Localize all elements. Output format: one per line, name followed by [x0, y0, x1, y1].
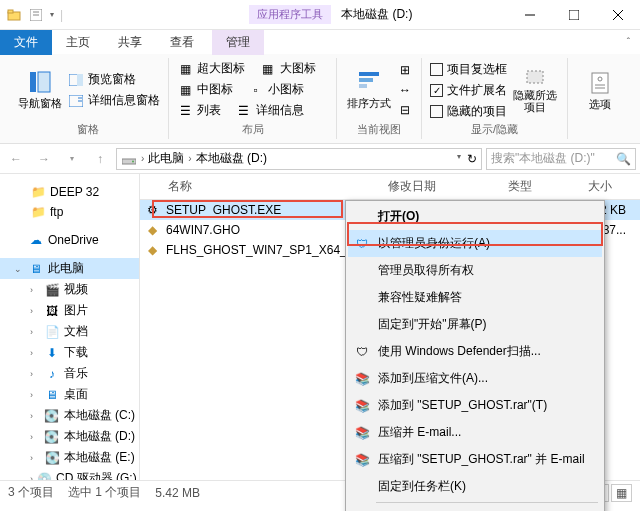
svg-rect-1	[8, 10, 13, 13]
cm-pin-task[interactable]: 固定到任务栏(K)	[348, 473, 602, 500]
qat-dropdown-icon[interactable]: ▾	[50, 10, 54, 19]
cm-add-zip[interactable]: 📚添加到压缩文件(A)...	[348, 365, 602, 392]
tree-item-pictures[interactable]: ›🖼图片	[0, 300, 139, 321]
rar-icon: 📚	[354, 425, 370, 441]
rar-icon: 📚	[354, 452, 370, 468]
col-type[interactable]: 类型	[500, 178, 580, 195]
properties-icon[interactable]	[28, 7, 44, 23]
ribbon-group-panes: 导航窗格 预览窗格 详细信息窗格 窗格	[8, 58, 169, 139]
ribbon-group-label: 布局	[177, 122, 328, 139]
details-pane-button[interactable]: 详细信息窗格	[68, 90, 160, 111]
details-pane-icon	[68, 93, 84, 109]
tree-item-desktop[interactable]: ›🖥桌面	[0, 384, 139, 405]
col-date[interactable]: 修改日期	[380, 178, 500, 195]
tree-item-documents[interactable]: ›📄文档	[0, 321, 139, 342]
close-button[interactable]	[596, 0, 640, 30]
search-icon: 🔍	[616, 152, 631, 166]
status-selected: 选中 1 个项目	[68, 484, 141, 501]
minimize-button[interactable]	[508, 0, 552, 30]
cm-defender[interactable]: 🛡使用 Windows Defender扫描...	[348, 338, 602, 365]
hide-selected-button[interactable]: 隐藏所选项目	[511, 67, 559, 113]
tree-item-downloads[interactable]: ›⬇下载	[0, 342, 139, 363]
gho-icon: ◆	[144, 222, 160, 238]
tree-item-drive-d[interactable]: ›💽本地磁盘 (D:)	[0, 426, 139, 447]
address-dropdown-icon[interactable]: ▾	[457, 152, 461, 166]
forward-button[interactable]: →	[32, 147, 56, 171]
size-columns-button[interactable]: ↔	[397, 80, 413, 100]
exe-icon: ⚙	[144, 202, 160, 218]
cm-run-admin[interactable]: 🛡以管理员身份运行(A)	[348, 230, 602, 257]
nav-tree[interactable]: 📁DEEP 32 📁ftp ☁OneDrive ⌄🖥此电脑 ›🎬视频 ›🖼图片 …	[0, 174, 140, 480]
cm-pin-start[interactable]: 固定到"开始"屏幕(P)	[348, 311, 602, 338]
status-size: 5.42 MB	[155, 486, 200, 500]
drive-icon: 💽	[44, 429, 60, 445]
maximize-button[interactable]	[552, 0, 596, 30]
tree-item-deep32[interactable]: 📁DEEP 32	[0, 182, 139, 202]
sort-button[interactable]: 排序方式	[345, 70, 393, 111]
view-icons-icon[interactable]: ▦	[611, 484, 632, 502]
svg-rect-20	[592, 73, 608, 93]
cb-extensions[interactable]: ✓文件扩展名	[430, 80, 507, 101]
tree-item-video[interactable]: ›🎬视频	[0, 279, 139, 300]
titlebar: ▾ | 应用程序工具 本地磁盘 (D:)	[0, 0, 640, 30]
preview-pane-icon	[68, 72, 84, 88]
documents-icon: 📄	[44, 324, 60, 340]
layout-medium-button[interactable]: ▦中图标 ▫小图标	[177, 79, 304, 100]
back-button[interactable]: ←	[4, 147, 28, 171]
breadcrumb-thispc[interactable]: 此电脑	[148, 150, 184, 167]
cm-qq-send[interactable]: 🐧通过QQ发送到	[348, 505, 602, 511]
recent-dropdown[interactable]: ▾	[60, 147, 84, 171]
svg-rect-12	[77, 74, 83, 86]
add-columns-button[interactable]: ⊞	[397, 60, 413, 80]
tree-item-thispc[interactable]: ⌄🖥此电脑	[0, 258, 139, 279]
desktop-icon: 🖥	[44, 387, 60, 403]
onedrive-icon: ☁	[28, 232, 44, 248]
refresh-icon[interactable]: ↻	[467, 152, 477, 166]
svg-rect-17	[359, 78, 373, 82]
col-size[interactable]: 大小	[580, 178, 640, 195]
layout-extra-large-button[interactable]: ▦超大图标 ▦大图标	[177, 58, 316, 79]
group-button[interactable]: ⊟	[397, 100, 413, 120]
tree-item-music[interactable]: ›♪音乐	[0, 363, 139, 384]
tab-home[interactable]: 主页	[52, 30, 104, 55]
tree-item-ftp[interactable]: 📁ftp	[0, 202, 139, 222]
tree-item-drive-e[interactable]: ›💽本地磁盘 (E:)	[0, 447, 139, 468]
address-path[interactable]: › 此电脑 › 本地磁盘 (D:) ▾ ↻	[116, 148, 482, 170]
drive-icon	[121, 151, 137, 167]
tab-share[interactable]: 共享	[104, 30, 156, 55]
svg-point-25	[132, 160, 134, 162]
drive-icon: 💽	[44, 450, 60, 466]
col-name[interactable]: 名称	[160, 178, 380, 195]
svg-rect-6	[569, 10, 579, 20]
cm-zip-email[interactable]: 📚压缩并 E-mail...	[348, 419, 602, 446]
address-bar: ← → ▾ ↑ › 此电脑 › 本地磁盘 (D:) ▾ ↻ 搜索"本地磁盘 (D…	[0, 144, 640, 174]
tree-item-drive-c[interactable]: ›💽本地磁盘 (C:)	[0, 405, 139, 426]
tab-view[interactable]: 查看	[156, 30, 208, 55]
up-button[interactable]: ↑	[88, 147, 112, 171]
tab-file[interactable]: 文件	[0, 30, 52, 55]
tree-item-cd[interactable]: ›💿CD 驱动器 (G:)	[0, 468, 139, 480]
ribbon-group-layout: ▦超大图标 ▦大图标 ▦中图标 ▫小图标 ☰列表 ☰详细信息 布局	[169, 58, 337, 139]
ribbon-collapse-icon[interactable]: ˆ	[627, 37, 630, 48]
cm-take-owner[interactable]: 管理员取得所有权	[348, 257, 602, 284]
svg-rect-16	[359, 72, 379, 76]
status-count: 3 个项目	[8, 484, 54, 501]
cm-zip-rar-email[interactable]: 📚压缩到 "SETUP_GHOST.rar" 并 E-mail	[348, 446, 602, 473]
context-menu: 打开(O) 🛡以管理员身份运行(A) 管理员取得所有权 兼容性疑难解答 固定到"…	[345, 200, 605, 511]
options-button[interactable]: 选项	[576, 71, 624, 112]
cb-hidden-items[interactable]: 隐藏的项目	[430, 101, 507, 122]
folder-icon	[6, 7, 22, 23]
cm-compat[interactable]: 兼容性疑难解答	[348, 284, 602, 311]
pictures-icon: 🖼	[44, 303, 60, 319]
tree-item-onedrive[interactable]: ☁OneDrive	[0, 230, 139, 250]
preview-pane-button[interactable]: 预览窗格	[68, 69, 160, 90]
nav-pane-button[interactable]: 导航窗格	[16, 70, 64, 111]
cb-item-checkboxes[interactable]: 项目复选框	[430, 59, 507, 80]
music-icon: ♪	[44, 366, 60, 382]
layout-list-button[interactable]: ☰列表 ☰详细信息	[177, 100, 304, 121]
search-input[interactable]: 搜索"本地磁盘 (D:)" 🔍	[486, 148, 636, 170]
breadcrumb-drive[interactable]: 本地磁盘 (D:)	[196, 150, 267, 167]
cm-open[interactable]: 打开(O)	[348, 203, 602, 230]
tab-manage[interactable]: 管理	[212, 30, 264, 55]
cm-add-rar[interactable]: 📚添加到 "SETUP_GHOST.rar"(T)	[348, 392, 602, 419]
